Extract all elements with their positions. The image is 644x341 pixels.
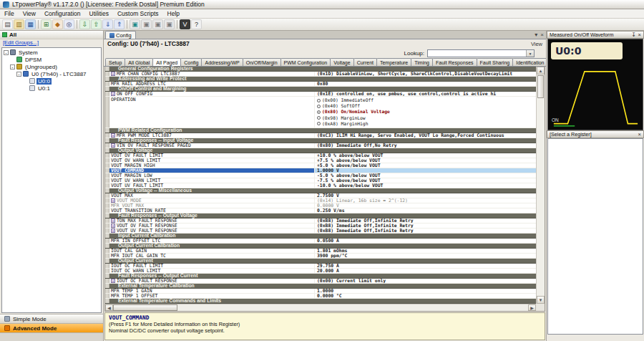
tab-on-off-margin[interactable]: On/Off/Margin [243, 58, 281, 66]
radio-icon[interactable] [317, 110, 321, 114]
radio-icon[interactable] [317, 122, 321, 125]
register-value-cell[interactable]: +10.0 % above/below VOUT [315, 153, 536, 158]
table-row[interactable]: MFR_VOUT_MAX0.0000 V [105, 203, 536, 208]
table-row[interactable]: VOUT_UV_WARN_LIMIT-7.5 % above/below VOU… [105, 178, 536, 183]
expand-bits-icon[interactable]: + [111, 218, 115, 223]
radio-option[interactable]: (0x40) SoftOff [317, 103, 360, 109]
register-value-cell[interactable]: 0.0500 A [315, 239, 536, 243]
advanced-mode-button[interactable]: Advanced Mode [0, 323, 103, 332]
scope-tool-4-icon[interactable]: ▣ [164, 19, 175, 29]
tab-identification[interactable]: Identification [512, 58, 546, 66]
edit-groups-link[interactable]: [Edit Groups...] [0, 39, 103, 47]
settings-icon[interactable]: ◆ [52, 19, 63, 29]
store-ram-to-nvm-icon[interactable]: ⇓ [102, 19, 113, 29]
horizontal-scrollbar[interactable]: ◀ ▶ [105, 304, 536, 311]
hscrollbar-thumb[interactable] [113, 304, 177, 311]
register-value-cell[interactable]: (0x80) Immediate Off,No_Retry [315, 143, 536, 148]
scrollbar-thumb[interactable] [537, 75, 544, 98]
register-value-cell[interactable]: 0.0000 V [315, 203, 536, 208]
document-tab-config[interactable]: Config [105, 31, 136, 39]
tab-temperature[interactable]: Temperature [376, 58, 411, 66]
scroll-right-icon[interactable]: ▶ [528, 304, 536, 311]
help-icon[interactable]: ? [191, 19, 202, 29]
tab-addressing-wp[interactable]: Addressing/WP [201, 58, 243, 66]
new-file-icon[interactable]: ▤ [2, 19, 13, 29]
register-value-cell[interactable]: (0xB8) Immediate Off,Infinite_Retry [315, 229, 536, 233]
radio-option[interactable]: (0xA8) MarginHigh [317, 121, 368, 127]
table-row[interactable]: OPERATION(0x00) ImmediateOff(0x40) SoftO… [105, 97, 536, 128]
pin-icon[interactable]: ↧ [631, 32, 635, 38]
radio-option[interactable]: (0x98) MarginLow [317, 115, 366, 121]
expander-icon[interactable]: - [4, 50, 9, 55]
lookup-combobox[interactable]: ▼ [427, 49, 535, 57]
menu-view[interactable]: View [19, 9, 40, 18]
table-row[interactable]: MFR_IOUT_CAL_GAIN_TC3900 ppm/°C [105, 254, 536, 259]
table-row[interactable]: +ON_OFF_CONFIG(0x1E) controlled_on, use_… [105, 92, 536, 97]
tab-pwm-configuration[interactable]: PWM Configuration [280, 58, 331, 66]
register-value-cell[interactable]: 1.801 mOhms [315, 249, 536, 253]
register-value-cell[interactable]: (0x1D) DisableVinLow, ShortCycle, ShareC… [315, 72, 536, 76]
table-row[interactable]: VOUT_COMMAND1.0000 V [105, 168, 536, 173]
register-value-cell[interactable]: 2.7500 V [315, 193, 536, 198]
tree-item-u0-0[interactable]: -U0:0 [2, 77, 101, 85]
register-value-cell[interactable]: +7.5 % above/below VOUT [315, 158, 536, 163]
expand-bits-icon[interactable]: + [111, 279, 115, 283]
register-value-cell[interactable]: -7.5 % above/below VOUT [315, 178, 536, 183]
table-row[interactable]: VOUT_MAX2.7500 V [105, 193, 536, 198]
register-value-cell[interactable]: -10.0 % above/below VOUT [315, 183, 536, 188]
expand-bits-icon[interactable]: + [111, 224, 115, 228]
tree-item-u0-7-h40-ltc3887[interactable]: -U0 (7'h40) - LTC3887 [2, 70, 101, 77]
expand-bits-icon[interactable]: + [111, 143, 115, 148]
table-row[interactable]: +TON_MAX_FAULT_RESPONSE(0xB8) Immediate … [105, 218, 536, 224]
scope-tool-3-icon[interactable]: ▣ [152, 19, 163, 29]
tab-fault-sharing[interactable]: Fault Sharing [477, 58, 514, 66]
lookup-dropdown-icon[interactable]: ▼ [526, 50, 534, 57]
vertical-scrollbar[interactable]: ▲ ▼ [536, 67, 545, 304]
tab-config[interactable]: Config [180, 58, 202, 66]
radio-icon[interactable] [317, 116, 321, 120]
register-value-cell[interactable]: 0.0000 °C [315, 294, 536, 298]
tree-item-dpsm[interactable]: -DPSM [2, 56, 101, 63]
tab-fault-responses[interactable]: Fault Responses [432, 58, 477, 66]
register-value-cell[interactable]: (0xB8) Immediate Off,Infinite_Retry [315, 218, 536, 223]
register-value-cell[interactable]: (0x00) ImmediateOff(0x40) SoftOff(0x80) … [315, 97, 536, 128]
open-file-icon[interactable]: ▥ [14, 19, 24, 29]
register-close-icon[interactable]: × [638, 131, 641, 138]
table-row[interactable]: +VIN_OV_FAULT_RESPONSE_PAGED(0x80) Immed… [105, 143, 536, 148]
table-row[interactable]: +VOUT_OV_FAULT_RESPONSE(0xB8) Immediate … [105, 224, 536, 229]
waveform-close-icon[interactable]: × [638, 32, 641, 38]
register-value-cell[interactable]: 20.000 A [315, 269, 536, 273]
save-file-icon[interactable]: ▦ [25, 19, 36, 29]
register-value-cell[interactable]: (0x14) Linear, 16b_size = 2^(-12) [315, 198, 536, 203]
menu-file[interactable]: File [0, 9, 19, 18]
table-row[interactable]: VOUT_OV_WARN_LIMIT+7.5 % above/below VOU… [105, 158, 536, 163]
register-value-cell[interactable]: -5.0 % above/below VOUT [315, 173, 536, 178]
scroll-up-icon[interactable]: ▲ [537, 67, 545, 75]
read-ram-to-pc-icon[interactable]: ⇧ [91, 19, 102, 29]
write-pc-to-ram-icon[interactable]: ⇩ [79, 19, 90, 29]
close-icon[interactable]: × [540, 32, 544, 38]
expand-bits-icon[interactable]: + [111, 92, 115, 96]
tab-timing[interactable]: Timing [411, 58, 433, 66]
find-chip-icon[interactable]: ◎ [64, 19, 74, 29]
scroll-left-icon[interactable]: ◀ [105, 304, 113, 311]
table-row[interactable]: +VOUT_MODE(0x14) Linear, 16b_size = 2^(-… [105, 198, 536, 203]
table-row[interactable]: VOUT_MARGIN_LOW-5.0 % above/below VOUT [105, 173, 536, 178]
radio-option[interactable]: (0x80) On/Nominal Voltage [317, 109, 390, 115]
tab-all-paged[interactable]: All Paged [152, 58, 181, 66]
table-row[interactable]: VOUT_MARGIN_HIGH+5.0 % above/below VOUT [105, 163, 536, 168]
restore-nvm-to-ram-icon[interactable]: ⇑ [114, 19, 125, 29]
tree-item-u0-1[interactable]: -U0:1 [2, 85, 101, 92]
register-value-cell[interactable]: +5.0 % above/below VOUT [315, 163, 536, 168]
scroll-down-icon[interactable]: ▼ [537, 296, 545, 304]
register-value-cell[interactable]: (0xB8) Immediate Off,Infinite_Retry [315, 224, 536, 228]
expand-bits-icon[interactable]: + [111, 198, 115, 203]
expand-bits-icon[interactable]: + [111, 229, 115, 233]
view-label[interactable]: View [531, 41, 542, 47]
radio-icon[interactable] [317, 99, 321, 102]
menu-help[interactable]: Help [163, 9, 184, 18]
radio-option[interactable]: (0x00) ImmediateOff [317, 97, 374, 103]
menu-configuration[interactable]: Configuration [40, 9, 85, 18]
table-row[interactable]: IOUT_CAL_GAIN1.801 mOhms [105, 249, 536, 254]
register-value-cell[interactable]: 0x80 [315, 82, 536, 86]
